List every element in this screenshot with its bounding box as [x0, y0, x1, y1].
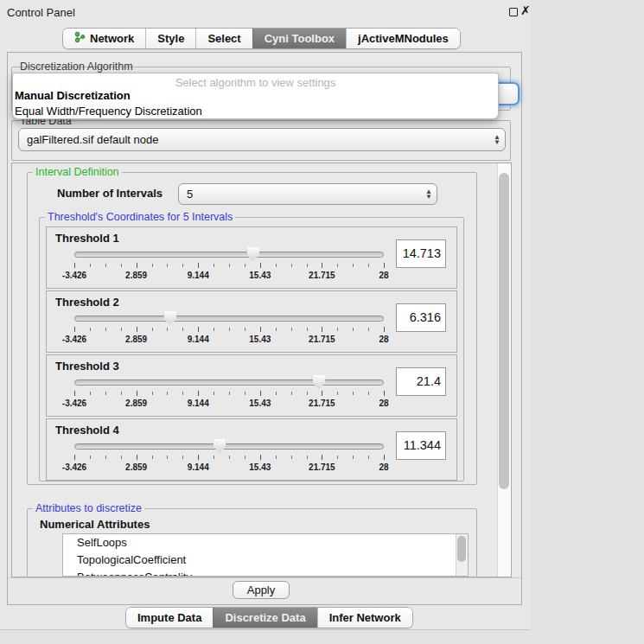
tick-mark	[307, 264, 308, 267]
tick-mark	[353, 328, 354, 331]
network-icon	[74, 31, 86, 46]
tick-mark	[121, 264, 122, 267]
vertical-scrollbar-thumb[interactable]	[499, 173, 509, 489]
algorithm-dropdown-popup: Select algorithm to view settings Manual…	[12, 73, 499, 119]
screen: Control Panel ✗ NetworkStyleSelectCyni T…	[0, 0, 644, 644]
tick-label: 28	[379, 462, 388, 472]
tick-mark	[353, 392, 354, 395]
tick-mark	[260, 455, 261, 460]
tab-style[interactable]: Style	[145, 29, 195, 48]
stepper-arrows-icon: ▲▼	[489, 135, 505, 144]
tick-mark	[137, 391, 137, 396]
tab-infer-network[interactable]: Infer Network	[317, 608, 412, 628]
tick-mark	[337, 264, 338, 267]
attributes-scrollbar-thumb[interactable]	[457, 536, 466, 562]
tick-mark	[276, 456, 277, 459]
slider: -3.4262.8599.14415.4321.71528	[74, 438, 384, 478]
thresholds-group-title: Threshold's Coordinates for 5 Intervals	[45, 211, 235, 223]
slider-thumb[interactable]	[246, 247, 259, 261]
bottom-strip	[0, 629, 530, 644]
tab-select[interactable]: Select	[195, 29, 252, 48]
tick-mark	[167, 392, 168, 395]
threshold-value-field[interactable]: 6.316	[396, 303, 446, 332]
tick-label: 9.144	[188, 335, 209, 344]
tick-mark	[198, 455, 199, 460]
tick-label: 15.43	[249, 271, 271, 280]
attribute-item-selfloops[interactable]: SelfLoops	[63, 534, 468, 552]
threshold-panel-threshold-1: Threshold 1-3.4262.8599.14415.4321.71528…	[46, 226, 457, 289]
numerical-attributes-heading: Numerical Attributes	[40, 518, 150, 531]
number-of-intervals-select[interactable]: 5 ▲▼	[178, 183, 437, 205]
tick-mark	[245, 328, 245, 331]
tab-discretize-data[interactable]: Discretize Data	[213, 608, 316, 628]
tab-impute-data[interactable]: Impute Data	[126, 608, 213, 628]
table-data-value: galFiltered.sif default node	[19, 133, 489, 146]
tab-label: Network	[90, 32, 134, 45]
number-of-intervals-label: Number of Intervals	[57, 187, 163, 200]
tab-jactivemnodules[interactable]: jActiveMNodules	[346, 29, 460, 48]
tick-mark	[74, 391, 75, 396]
threshold-label: Threshold 1	[55, 232, 119, 245]
tick-mark	[152, 264, 153, 267]
tick-label: 28	[379, 399, 388, 408]
tick-mark	[307, 392, 308, 395]
attribute-item-topologicalcoefficient[interactable]: TopologicalCoefficient	[63, 552, 468, 569]
tick-label: -3.426	[62, 462, 86, 472]
tick-mark	[182, 392, 183, 395]
tick-label: 21.715	[309, 271, 335, 280]
tick-mark	[121, 456, 122, 459]
tick-mark	[198, 327, 199, 332]
algorithm-option-equal-width-frequency-discretization[interactable]: Equal Width/Frequency Discretization	[15, 105, 202, 118]
tick-label: 9.144	[188, 399, 209, 408]
tick-mark	[384, 263, 385, 268]
threshold-list: Threshold 1-3.4262.8599.14415.4321.71528…	[46, 226, 457, 482]
tick-mark	[353, 456, 354, 459]
table-data-select[interactable]: galFiltered.sif default node ▲▼	[18, 128, 506, 151]
tick-mark	[368, 328, 369, 331]
threshold-value-field[interactable]: 14.713	[396, 239, 446, 268]
slider-track[interactable]	[74, 316, 384, 322]
slider-track[interactable]	[74, 379, 384, 386]
threshold-value-field[interactable]: 21.4	[396, 367, 446, 396]
tick-label: -3.426	[62, 399, 86, 408]
slider-track[interactable]	[74, 443, 384, 450]
algorithm-option-manual-discretization[interactable]: Manual Discretization	[15, 89, 131, 102]
tick-label: 2.859	[125, 399, 147, 408]
attribute-item-betweennesscentrality[interactable]: BetweennessCentrality	[63, 569, 468, 577]
tick-mark	[105, 328, 106, 331]
tick-mark	[74, 327, 75, 332]
tick-mark	[229, 456, 230, 459]
tick-mark	[276, 392, 277, 395]
tab-label: Impute Data	[137, 611, 201, 624]
attributes-group-title: Attributes to discretize	[33, 502, 144, 514]
tick-mark	[260, 263, 261, 268]
tick-mark	[276, 328, 277, 331]
tick-mark	[198, 391, 199, 396]
tick-label: 9.144	[188, 271, 209, 280]
tick-mark	[214, 264, 214, 267]
tick-mark	[105, 456, 106, 459]
slider-thumb[interactable]	[163, 311, 176, 325]
tick-mark	[322, 263, 322, 268]
slider-thumb[interactable]	[214, 439, 226, 453]
slider-thumb[interactable]	[312, 375, 325, 389]
tick-mark	[152, 456, 153, 459]
slider-track[interactable]	[74, 252, 384, 258]
tab-network[interactable]: Network	[63, 29, 145, 48]
tab-cyni-toolbox[interactable]: Cyni Toolbox	[252, 29, 346, 48]
numerical-attributes-list[interactable]: SelfLoopsTopologicalCoefficientBetweenne…	[62, 533, 469, 577]
tick-label: 21.715	[309, 399, 335, 408]
tick-label: 21.715	[309, 462, 335, 472]
close-icon[interactable]: ✗	[520, 3, 531, 17]
tick-label: -3.426	[62, 335, 86, 344]
tick-mark	[291, 392, 292, 395]
tick-mark	[90, 328, 91, 331]
apply-button[interactable]: Apply	[233, 581, 290, 599]
threshold-value-field[interactable]: 11.344	[396, 431, 446, 460]
tick-label: 28	[379, 271, 388, 280]
tick-mark	[353, 264, 354, 267]
threshold-panel-threshold-3: Threshold 3-3.4262.8599.14415.4321.71528…	[46, 354, 457, 417]
float-window-icon[interactable]	[509, 8, 518, 16]
tick-mark	[307, 328, 308, 331]
tick-mark	[152, 328, 153, 331]
